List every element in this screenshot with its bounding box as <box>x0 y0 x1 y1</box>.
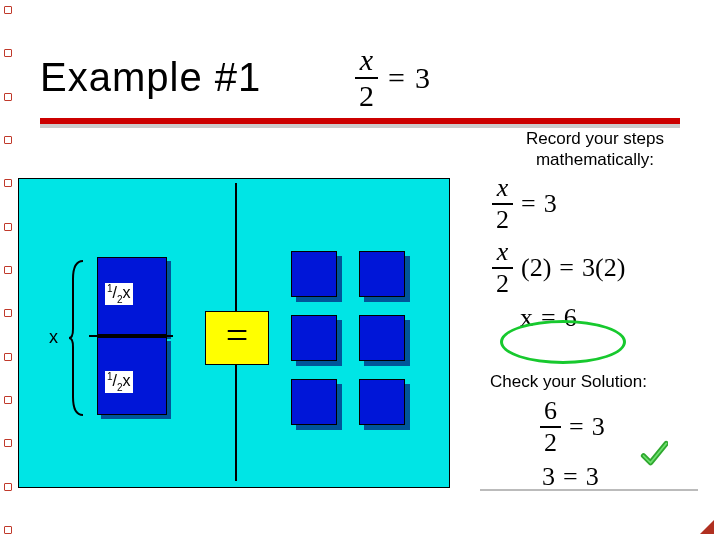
x-bar-label: x <box>49 327 58 348</box>
equals-tile: = <box>205 311 269 365</box>
slide-title: Example #1 <box>40 55 261 100</box>
check-icon <box>640 440 668 468</box>
unit-tile <box>291 251 337 297</box>
unit-tile <box>359 251 405 297</box>
step-2: x 2 (2) = 3(2) <box>492 239 625 297</box>
record-steps-label: Record your steps mathematically: <box>490 128 700 171</box>
left-dot-rail <box>4 0 12 540</box>
verify-1: 6 2 = 3 <box>540 398 605 456</box>
bracket-icon <box>69 259 87 417</box>
footer-rule <box>480 489 698 491</box>
solution-steps: x 2 = 3 x 2 (2) = 3(2) x = 6 <box>492 175 625 339</box>
half-x-label-bottom: 1/2x <box>105 371 133 393</box>
verification-steps: 6 2 = 3 3 = 3 <box>540 398 605 498</box>
eq-rhs: 3 <box>415 61 430 95</box>
algebra-tile-mat: x 1/2x 1/2x = <box>18 178 450 488</box>
step-1: x 2 = 3 <box>492 175 625 233</box>
unit-tile <box>291 379 337 425</box>
unit-tile <box>359 315 405 361</box>
eq-numerator: x <box>356 45 377 75</box>
unit-tile <box>359 379 405 425</box>
corner-accent-icon <box>700 520 714 534</box>
title-equation: x 2 = 3 <box>355 45 430 111</box>
x-tile-split-line <box>89 335 173 337</box>
half-x-label-top: 1/2x <box>105 283 133 305</box>
check-solution-label: Check your Solution: <box>490 372 647 392</box>
unit-tile <box>291 315 337 361</box>
answer-highlight-circle <box>500 320 626 364</box>
eq-equals: = <box>388 61 405 95</box>
eq-denominator: 2 <box>355 81 378 111</box>
verify-2: 3 = 3 <box>542 462 605 492</box>
